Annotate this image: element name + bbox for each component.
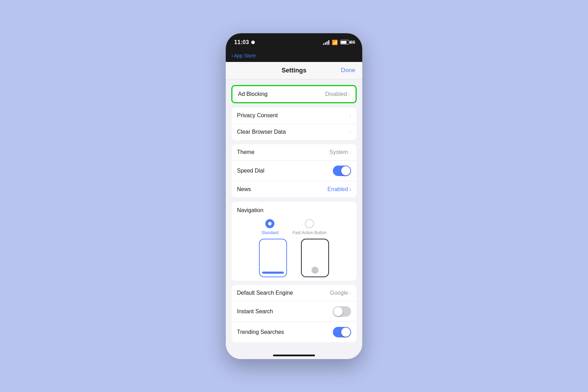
signal-icon [323, 40, 329, 45]
navigation-group: Navigation Standard Fast Action Button [231, 202, 357, 281]
nav-option-fab-label: Fast Action Button [293, 230, 327, 235]
battery-indicator: 86 [340, 40, 355, 45]
settings-content: Ad Blocking Disabled › Privacy Consent ›… [226, 79, 362, 352]
phone-mockup-fab [301, 239, 329, 277]
battery-fill [341, 41, 346, 44]
theme-value: System [329, 149, 348, 155]
settings-header: Settings Done [226, 62, 362, 79]
instant-search-label: Instant Search [237, 308, 273, 315]
instant-search-toggle[interactable] [333, 306, 351, 317]
back-button[interactable]: ‹ App Store [231, 53, 256, 58]
speed-dial-toggle[interactable] [333, 166, 351, 176]
phone-mockup-standard [259, 239, 287, 277]
default-search-engine-label: Default Search Engine [237, 290, 293, 296]
back-nav: ‹ App Store [226, 51, 362, 62]
news-label: News [237, 186, 251, 192]
back-label: App Store [234, 53, 255, 58]
nav-options: Standard Fast Action Button [237, 219, 351, 235]
clear-browser-data-chevron-icon: › [349, 129, 351, 135]
ad-blocking-value-area: Disabled › [325, 91, 350, 97]
theme-chevron-icon: › [349, 149, 351, 155]
nav-radio-fab[interactable] [305, 219, 314, 228]
news-row[interactable]: News Enabled › [231, 181, 357, 197]
phone-mockups [237, 239, 351, 277]
news-value: Enabled [328, 186, 348, 192]
nav-radio-standard[interactable] [265, 219, 274, 228]
phone-frame: 11:03 📶 86 ‹ App Store S [226, 33, 362, 359]
theme-label: Theme [237, 149, 254, 155]
home-indicator [226, 352, 362, 359]
privacy-consent-row[interactable]: Privacy Consent › [231, 107, 357, 124]
privacy-consent-chevron-icon: › [349, 113, 351, 118]
status-icons: 📶 86 [323, 40, 355, 45]
settings-title: Settings [281, 67, 306, 74]
nav-option-standard-label: Standard [261, 230, 279, 235]
status-time-area: 11:03 [234, 39, 255, 46]
default-search-engine-chevron-icon: › [349, 290, 351, 296]
privacy-consent-right: › [349, 113, 351, 118]
dynamic-island-indicator [251, 41, 255, 44]
phone-mockup-fab-button [312, 267, 318, 274]
battery-icon [340, 40, 349, 44]
trending-searches-row: Trending Searches [231, 322, 357, 342]
trending-searches-label: Trending Searches [237, 329, 284, 335]
theme-group: Theme System › Speed Dial News Enabled › [231, 144, 357, 197]
default-search-engine-value: Google [330, 290, 348, 296]
clear-browser-data-right: › [349, 129, 351, 135]
privacy-group: Privacy Consent › Clear Browser Data › [231, 107, 357, 140]
news-value-area: Enabled › [328, 186, 351, 192]
done-button[interactable]: Done [341, 67, 355, 74]
phone-mockup-standard-bar [262, 272, 284, 274]
ad-blocking-label: Ad Blocking [238, 91, 268, 97]
trending-searches-toggle[interactable] [333, 327, 351, 337]
trending-searches-toggle-thumb [341, 328, 350, 337]
navigation-title: Navigation [237, 207, 351, 214]
news-chevron-icon: › [349, 187, 351, 192]
speed-dial-toggle-thumb [341, 166, 350, 175]
nav-option-fab[interactable]: Fast Action Button [293, 219, 327, 235]
nav-option-standard[interactable]: Standard [261, 219, 279, 235]
ad-blocking-chevron-icon: › [348, 91, 350, 97]
speed-dial-label: Speed Dial [237, 168, 264, 174]
instant-search-toggle-thumb [334, 307, 343, 316]
home-bar [273, 355, 315, 356]
status-bar: 11:03 📶 86 [226, 33, 362, 51]
privacy-consent-label: Privacy Consent [237, 112, 278, 119]
clear-browser-data-row[interactable]: Clear Browser Data › [231, 124, 357, 140]
nav-radio-standard-inner [268, 222, 272, 225]
clear-browser-data-label: Clear Browser Data [237, 129, 286, 135]
ad-blocking-inner-row[interactable]: Ad Blocking Disabled › [232, 86, 356, 102]
theme-row[interactable]: Theme System › [231, 144, 357, 161]
search-engine-group: Default Search Engine Google › Instant S… [231, 285, 357, 342]
wifi-icon: 📶 [332, 40, 338, 45]
instant-search-row: Instant Search [231, 301, 357, 322]
back-chevron-icon: ‹ [231, 53, 233, 58]
battery-percentage: 86 [350, 40, 355, 45]
default-search-engine-right: Google › [330, 290, 351, 296]
speed-dial-row: Speed Dial [231, 161, 357, 181]
default-search-engine-row[interactable]: Default Search Engine Google › [231, 285, 357, 301]
ad-blocking-value: Disabled [325, 91, 347, 97]
theme-value-area: System › [329, 149, 351, 155]
clock: 11:03 [234, 39, 249, 46]
ad-blocking-row[interactable]: Ad Blocking Disabled › [231, 85, 357, 103]
